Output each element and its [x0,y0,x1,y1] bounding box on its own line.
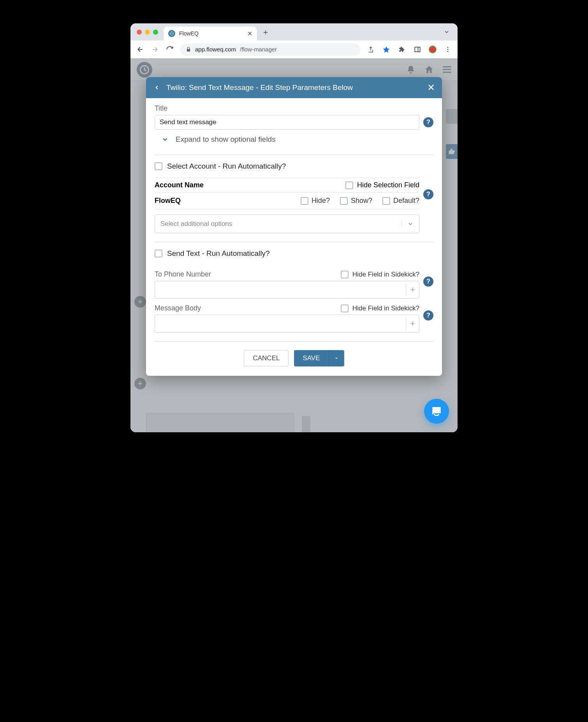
cancel-button[interactable]: CANCEL [244,350,289,366]
lock-icon [186,47,191,52]
chevron-down-icon [401,221,414,227]
show-checkbox[interactable] [340,197,348,205]
account-value: FlowEQ [155,197,301,205]
phone-input[interactable]: + [155,281,419,299]
modal-title: Twilio: Send Text Message - Edit Step Pa… [166,83,353,92]
chevron-down-icon [162,136,169,143]
svg-point-4 [447,51,449,52]
tab-strip: FlowEQ ✕ ＋ [130,23,458,41]
modal-body: Title ? Expand to show optional fields S… [146,98,442,376]
body-input[interactable]: + [155,315,419,333]
tab-close-icon[interactable]: ✕ [247,30,252,37]
maximize-window-icon[interactable] [153,30,158,35]
url-host: app.floweq.com [195,46,236,53]
body-hide-checkbox[interactable] [341,305,349,312]
divider [155,242,433,242]
profile-avatar[interactable] [429,46,437,53]
save-button[interactable]: SAVE [294,350,328,366]
divider [155,155,433,155]
extensions-icon[interactable] [398,45,406,54]
chat-fab[interactable] [424,399,449,424]
phone-field-block: To Phone Number Hide Field in Sidekick? … [155,270,419,299]
help-icon[interactable]: ? [423,310,433,320]
account-table-header: Account Name Hide Selection Field [155,178,419,193]
url-path: /flow-manager [240,46,277,53]
hide-checkbox[interactable] [301,197,308,205]
title-input[interactable] [155,115,419,130]
send-text-run-auto-label: Send Text - Run Automatically? [167,249,270,258]
forward-button[interactable] [151,45,159,54]
edit-step-modal: Twilio: Send Text Message - Edit Step Pa… [146,77,442,376]
phone-hide-label: Hide Field in Sidekick? [352,271,419,278]
modal-close-icon[interactable]: ✕ [427,82,435,93]
tabs-dropdown-icon[interactable] [444,29,454,35]
toolbar-actions [366,45,452,54]
body-hide-label: Hide Field in Sidekick? [352,305,419,312]
account-row: FlowEQ Hide? Show? Default? [155,193,419,209]
browser-tab[interactable]: FlowEQ ✕ [164,26,257,41]
new-tab-button[interactable]: ＋ [260,26,271,37]
save-dropdown-button[interactable] [329,350,344,366]
hide-label: Hide? [312,197,330,205]
expand-label: Expand to show optional fields [176,135,276,144]
address-bar[interactable]: app.floweq.com/flow-manager [180,43,360,56]
back-button[interactable] [136,45,144,54]
phone-label: To Phone Number [155,270,211,278]
bookmark-star-icon[interactable] [382,45,391,54]
svg-point-2 [447,47,449,48]
send-text-run-auto-row: Send Text - Run Automatically? [155,249,433,258]
menu-icon[interactable] [444,45,452,54]
plus-icon[interactable]: + [410,319,415,329]
tab-favicon [168,30,175,37]
app-viewport: + + Twilio: Send Text Message - Edit Ste… [130,58,458,432]
window-controls [134,30,164,35]
reload-button[interactable] [165,45,174,54]
body-label: Message Body [155,304,201,312]
help-icon[interactable]: ? [423,276,433,287]
minimize-window-icon[interactable] [145,30,150,35]
select-account-run-auto-row: Select Account - Run Automatically? [155,162,433,171]
svg-point-0 [170,32,174,35]
modal-footer: CANCEL SAVE [155,347,433,367]
share-icon[interactable] [366,45,375,54]
title-label: Title [155,104,433,113]
tab-title: FlowEQ [179,30,199,37]
hide-selection-label: Hide Selection Field [357,181,419,189]
help-icon[interactable]: ? [423,117,433,127]
select-account-run-auto-checkbox[interactable] [155,162,162,170]
svg-point-3 [447,49,449,50]
plus-icon[interactable]: + [410,285,415,295]
hide-selection-checkbox[interactable] [345,181,353,189]
expand-optional-toggle[interactable]: Expand to show optional fields [155,130,433,146]
phone-hide-checkbox[interactable] [341,271,349,278]
show-label: Show? [351,197,372,205]
divider [155,341,433,342]
help-icon[interactable]: ? [423,189,433,199]
browser-toolbar: app.floweq.com/flow-manager [130,41,458,58]
default-checkbox[interactable] [382,197,390,205]
send-text-run-auto-checkbox[interactable] [155,250,162,257]
body-field-block: Message Body Hide Field in Sidekick? + [155,304,419,333]
account-name-header: Account Name [155,181,345,189]
default-label: Default? [393,197,419,205]
modal-back-icon[interactable] [153,84,161,91]
select-placeholder: Select additional options [160,220,232,228]
browser-window: FlowEQ ✕ ＋ app.floweq.com/flow-manager [130,23,458,432]
svg-rect-1 [415,47,420,52]
additional-options-select[interactable]: Select additional options [155,215,419,233]
modal-header: Twilio: Send Text Message - Edit Step Pa… [146,77,442,98]
select-account-run-auto-label: Select Account - Run Automatically? [167,162,286,171]
close-window-icon[interactable] [137,30,142,35]
panel-icon[interactable] [413,45,422,54]
account-table: Account Name Hide Selection Field FlowEQ… [155,178,419,233]
